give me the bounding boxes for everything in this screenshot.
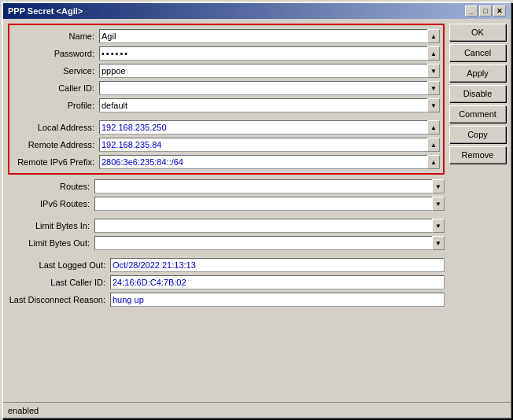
ipv6-routes-input[interactable] [94,197,432,211]
last-caller-id-label: Last Caller ID: [8,278,110,287]
name-row: Name: ▲ [13,28,440,44]
minimize-button[interactable]: _ [465,6,478,17]
limit-bytes-in-row: Limit Bytes In: ▼ [8,218,445,234]
main-window: PPP Secret <Agil> _ □ ✕ Name: ▲ [2,2,511,418]
last-disconnect-reason-value: hung up [110,293,445,307]
window-title: PPP Secret <Agil> [8,6,83,16]
ipv6-routes-row: IPv6 Routes: ▼ [8,196,445,212]
name-field-container: ▲ [99,29,440,43]
limit-bytes-out-label: Limit Bytes Out: [8,238,94,248]
title-bar-controls: _ □ ✕ [465,6,506,17]
profile-field-container: ▼ [99,98,440,112]
limit-bytes-out-row: Limit Bytes Out: ▼ [8,235,445,251]
copy-button[interactable]: Copy [449,126,506,143]
title-bar: PPP Secret <Agil> _ □ ✕ [3,3,511,19]
routes-field-container: ▼ [94,179,445,193]
last-caller-id-value: 24:16:6D:C4:7B:02 [110,275,445,289]
profile-label: Profile: [13,101,99,110]
highlighted-section: Name: ▲ Password: ▲ Service: [8,24,445,175]
last-disconnect-reason-row: Last Disconnect Reason: hung up [8,292,445,308]
comment-button[interactable]: Comment [449,105,506,123]
limit-bytes-out-field-container: ▼ [94,236,445,250]
remote-address-row: Remote Address: ▲ [13,137,440,153]
local-address-row: Local Address: ▲ [13,120,440,135]
remote-ipv6-prefix-input[interactable] [99,155,427,169]
maximize-button[interactable]: □ [479,6,492,17]
name-input[interactable] [99,29,427,43]
cancel-button[interactable]: Cancel [449,44,506,61]
remote-address-field-container: ▲ [99,138,440,152]
remove-button[interactable]: Remove [449,146,506,164]
ipv6-routes-field-container: ▼ [94,197,445,211]
limit-bytes-in-label: Limit Bytes In: [8,221,94,230]
profile-dropdown-btn[interactable]: ▼ [427,98,440,112]
service-row: Service: ▼ [13,63,440,79]
limit-bytes-in-dropdown-btn[interactable]: ▼ [432,219,445,233]
form-panel: Name: ▲ Password: ▲ Service: [8,24,445,397]
remote-ipv6-prefix-field-container: ▲ [99,155,440,169]
disable-button[interactable]: Disable [449,85,506,102]
status-bar: enabled [3,402,511,418]
password-scroll-up[interactable]: ▲ [427,46,440,61]
name-label: Name: [13,31,99,41]
routes-label: Routes: [8,182,94,191]
remote-ipv6-prefix-row: Remote IPv6 Prefix: ▲ [13,154,440,170]
last-caller-id-row: Last Caller ID: 24:16:6D:C4:7B:02 [8,274,445,290]
local-address-scroll-up[interactable]: ▲ [427,120,440,134]
remote-ipv6-prefix-label: Remote IPv6 Prefix: [13,157,99,167]
button-panel: OK Cancel Apply Disable Comment Copy Rem… [449,24,506,397]
close-button[interactable]: ✕ [493,6,506,17]
last-logged-out-value: Oct/28/2022 21:13:13 [110,258,445,272]
local-address-label: Local Address: [13,123,99,132]
apply-button[interactable]: Apply [449,64,506,82]
caller-id-label: Caller ID: [13,83,99,93]
ipv6-routes-dropdown-btn[interactable]: ▼ [432,197,445,211]
limit-bytes-in-input[interactable] [94,219,432,233]
caller-id-field-container: ▼ [99,81,440,95]
local-address-field-container: ▲ [99,120,440,134]
service-dropdown-btn[interactable]: ▼ [427,64,440,78]
password-label: Password: [13,49,99,58]
last-logged-out-label: Last Logged Out: [8,260,110,270]
limit-bytes-out-dropdown-btn[interactable]: ▼ [432,236,445,250]
service-input[interactable] [99,64,427,78]
password-input[interactable] [99,46,427,61]
caller-id-dropdown-btn[interactable]: ▼ [427,81,440,95]
ok-button[interactable]: OK [449,24,506,41]
remote-address-label: Remote Address: [13,140,99,149]
password-row: Password: ▲ [13,46,440,61]
caller-id-row: Caller ID: ▼ [13,80,440,96]
limit-bytes-out-input[interactable] [94,236,432,250]
limit-bytes-in-field-container: ▼ [94,219,445,233]
service-label: Service: [13,66,99,76]
name-scroll-up[interactable]: ▲ [427,29,440,43]
password-field-container: ▲ [99,46,440,61]
remote-address-scroll-up[interactable]: ▲ [427,138,440,152]
routes-dropdown-btn[interactable]: ▼ [432,179,445,193]
remote-address-input[interactable] [99,138,427,152]
last-disconnect-reason-label: Last Disconnect Reason: [8,295,110,304]
last-logged-out-row: Last Logged Out: Oct/28/2022 21:13:13 [8,257,445,273]
ipv6-routes-label: IPv6 Routes: [8,199,94,208]
routes-row: Routes: ▼ [8,179,445,194]
status-text: enabled [8,406,39,415]
caller-id-input[interactable] [99,81,427,95]
remote-ipv6-prefix-scroll-up[interactable]: ▲ [427,155,440,169]
content-area: Name: ▲ Password: ▲ Service: [3,19,511,402]
profile-input[interactable] [99,98,427,112]
profile-row: Profile: ▼ [13,98,440,113]
routes-input[interactable] [94,179,432,193]
normal-section: Routes: ▼ IPv6 Routes: ▼ [8,179,445,308]
local-address-input[interactable] [99,120,427,134]
service-field-container: ▼ [99,64,440,78]
